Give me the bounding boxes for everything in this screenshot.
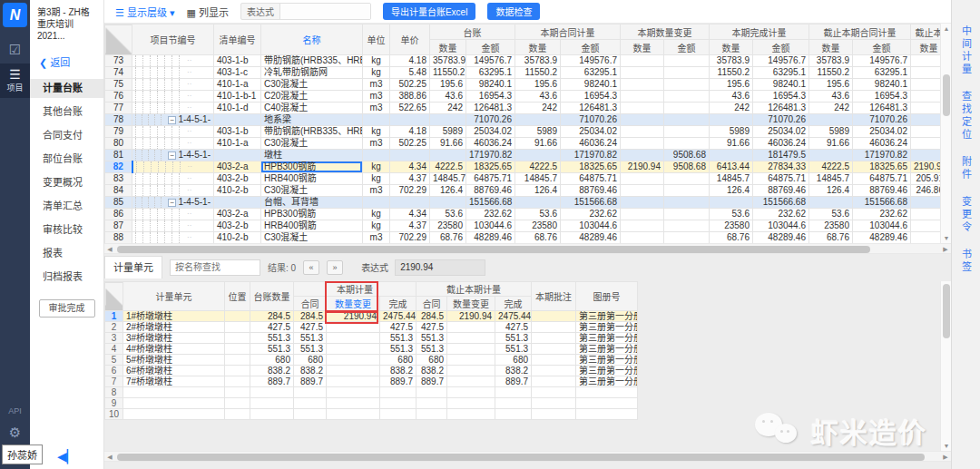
row-number[interactable]: 2	[105, 322, 123, 333]
cell-value-4[interactable]	[621, 232, 664, 244]
cell-list-no[interactable]: 403-1-b	[214, 55, 261, 67]
cell-unit-name[interactable]	[123, 398, 225, 409]
table-row[interactable]: 77··410-1-dC40混凝土m3522.65242126481.32421…	[105, 103, 941, 114]
cell-value-0[interactable]: 53.6	[430, 209, 466, 220]
cell-note[interactable]	[532, 409, 576, 420]
cell-value-8[interactable]: 43.6	[809, 91, 853, 103]
cell-atlas[interactable]: 第三册第一分册	[576, 344, 638, 355]
cell-name[interactable]: HPB300钢筋	[261, 209, 363, 220]
cell-bvalue-1[interactable]: 838.2	[294, 366, 327, 376]
cell-bvalue-0[interactable]	[250, 409, 294, 420]
cell-bvalue-1[interactable]: 889.7	[294, 376, 327, 387]
cell-value-1[interactable]: 88769.46	[466, 185, 515, 197]
cell-bvalue-6[interactable]	[495, 409, 532, 420]
bottom-horizontal-scrollbar[interactable]: ◀ ▶	[104, 451, 951, 462]
cell-value-1[interactable]: 46036.24	[466, 138, 515, 150]
cell-value-7[interactable]: 98240.1	[753, 79, 809, 91]
cell-unit-name[interactable]: 2#桥墩墩柱	[123, 322, 225, 333]
cell-bvalue-2[interactable]	[327, 355, 380, 366]
cell-tree[interactable]: ··	[132, 209, 214, 220]
cell-value-4[interactable]: 2190.94	[621, 161, 664, 173]
cell-value-0[interactable]: 126.4	[430, 185, 466, 197]
sidebar-item-4[interactable]: 变更概况	[30, 173, 103, 192]
cell-value-5[interactable]	[664, 173, 710, 185]
cell-bvalue-1[interactable]: 551.3	[294, 344, 327, 355]
cell-bvalue-3[interactable]	[380, 398, 416, 409]
table-row[interactable]: 80··410-1-aC30混凝土m3502.2591.6646036.2491…	[105, 138, 941, 150]
tab-measure-unit[interactable]: 计量单元	[104, 256, 162, 278]
cell-value-0[interactable]	[430, 114, 466, 126]
cell-value-6[interactable]: 195.6	[710, 79, 753, 91]
cell-bvalue-5[interactable]	[447, 387, 495, 398]
cell-atlas[interactable]: 第三册第一分册	[576, 376, 638, 387]
cell-value-5[interactable]: 9508.68	[664, 161, 710, 173]
cell-bvalue-0[interactable]: 427.5	[250, 322, 294, 333]
cell-value-1[interactable]: 71070.26	[466, 114, 515, 126]
cell-value-7[interactable]: 46036.24	[753, 138, 809, 150]
row-number[interactable]: 85	[105, 197, 132, 209]
cell-position[interactable]	[225, 344, 250, 355]
measure-row[interactable]: 10	[105, 409, 638, 420]
cell-unit[interactable]: kg	[363, 209, 390, 220]
cell-tree[interactable]: ··	[132, 220, 214, 232]
cell-tree[interactable]: ··	[132, 138, 214, 150]
row-number[interactable]: 83	[105, 173, 132, 185]
cell-value-2[interactable]: 68.76	[515, 232, 561, 244]
cell-value-3[interactable]: 171970.82	[561, 150, 621, 161]
cell-value-4[interactable]	[621, 173, 664, 185]
cell-value-8[interactable]	[809, 150, 853, 161]
cell-value-3[interactable]: 48289.46	[561, 232, 621, 244]
column-display-button[interactable]: ▦ 列显示	[187, 5, 229, 19]
cell-value-9[interactable]: 126481.3	[853, 103, 911, 114]
row-number[interactable]: 79	[105, 126, 132, 138]
cell-value-7[interactable]: 181479.5	[753, 150, 809, 161]
cell-value-2[interactable]	[515, 197, 561, 209]
cell-value-4[interactable]	[621, 197, 664, 209]
cell-position[interactable]	[225, 355, 250, 366]
cell-value-8[interactable]: 195.6	[809, 79, 853, 91]
cell-value-1[interactable]: 63295.1	[466, 67, 515, 79]
cell-value-3[interactable]: 151566.68	[561, 197, 621, 209]
cell-position[interactable]	[225, 333, 250, 344]
cell-value-10[interactable]: 205.91	[911, 173, 941, 185]
table-row[interactable]: 74··403-1-c冷轧带肋钢筋网kg5.4811550.263295.111…	[105, 67, 941, 79]
cell-value-10[interactable]: 2190.94	[911, 161, 941, 173]
cell-bvalue-1[interactable]: 551.3	[294, 333, 327, 344]
sidebar-item-8[interactable]: 归档报表	[30, 268, 103, 287]
cell-value-7[interactable]: 48289.46	[753, 232, 809, 244]
table-row[interactable]: 88··410-2-bC30混凝土m3702.2968.7648289.4668…	[105, 232, 941, 244]
cell-value-8[interactable]: 23580	[809, 220, 853, 232]
cell-bvalue-5[interactable]	[447, 322, 495, 333]
sidebar-item-2[interactable]: 合同支付	[30, 126, 103, 145]
main-vscroll-thumb[interactable]	[943, 74, 950, 116]
cell-list-no[interactable]: 403-1-b	[214, 126, 261, 138]
cell-bvalue-2[interactable]	[327, 376, 380, 387]
cell-value-9[interactable]: 149576.7	[853, 55, 911, 67]
cell-value-9[interactable]: 171970.82	[853, 150, 911, 161]
cell-unit-name[interactable]: 3#桥墩墩柱	[123, 333, 225, 344]
row-number[interactable]: 9	[105, 398, 123, 409]
sidebar-item-7[interactable]: 报表	[30, 244, 103, 263]
cell-bvalue-3[interactable]: 838.2	[380, 366, 416, 376]
cell-bvalue-4[interactable]: 680	[416, 355, 447, 366]
measure-row[interactable]: 8	[105, 387, 638, 398]
cell-value-2[interactable]	[515, 114, 561, 126]
cell-value-3[interactable]: 149576.7	[561, 55, 621, 67]
cell-list-no[interactable]: 403-2-b	[214, 173, 261, 185]
cell-value-5[interactable]	[664, 91, 710, 103]
cell-value-0[interactable]: 5989	[430, 126, 466, 138]
cell-bvalue-3[interactable]: 680	[380, 355, 416, 366]
cell-price[interactable]: 702.29	[390, 185, 430, 197]
cell-value-6[interactable]: 23580	[710, 220, 753, 232]
cell-atlas[interactable]: 第三册第一分册	[576, 311, 638, 322]
row-number[interactable]: 6	[105, 366, 123, 376]
cell-unit[interactable]	[363, 150, 390, 161]
cell-value-5[interactable]	[664, 232, 710, 244]
cell-note[interactable]	[532, 376, 576, 387]
cell-bvalue-4[interactable]	[416, 409, 447, 420]
cell-bvalue-0[interactable]	[250, 387, 294, 398]
cell-unit[interactable]: m3	[363, 91, 390, 103]
cell-value-3[interactable]: 103044.6	[561, 220, 621, 232]
main-vertical-scrollbar[interactable]: ▲ ▼	[940, 24, 951, 243]
row-number[interactable]: 86	[105, 209, 132, 220]
